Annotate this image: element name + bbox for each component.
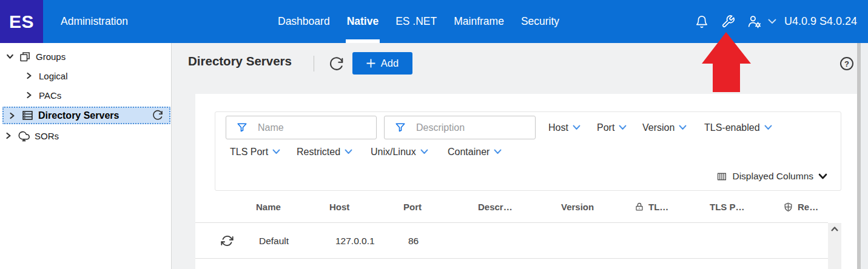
tree-item-sors[interactable]: SORs: [0, 128, 172, 144]
tree-item-groups[interactable]: Groups: [0, 48, 172, 64]
table-row[interactable]: Default 127.0.0.1 86: [195, 223, 828, 259]
columns-icon: [716, 171, 727, 182]
scroll-up-icon[interactable]: [830, 226, 839, 232]
app-logo[interactable]: ES: [0, 0, 43, 43]
user-settings-icon[interactable]: [746, 14, 762, 30]
title-divider: [314, 56, 314, 71]
column-header-tls-port[interactable]: TLS P…: [710, 191, 745, 223]
tls-port-filter-dropdown[interactable]: TLS Port: [230, 140, 280, 164]
column-header-restricted[interactable]: Re…: [783, 191, 818, 223]
chevron-right-icon[interactable]: [25, 91, 33, 99]
add-button-label: Add: [381, 58, 399, 69]
tab-label: Native: [347, 15, 379, 28]
chevron-down-icon: [420, 149, 428, 154]
unix-linux-filter-dropdown[interactable]: Unix/Linux: [371, 140, 428, 164]
column-header-tls-enabled[interactable]: TL…: [634, 191, 668, 223]
app-logo-text: ES: [9, 12, 34, 32]
help-label: ?: [844, 59, 849, 68]
tab-security[interactable]: Security: [521, 0, 559, 43]
column-label: Descr…: [478, 202, 513, 212]
name-filter: [226, 116, 377, 139]
tab-label: Mainframe: [454, 15, 504, 28]
chevron-down-icon: [494, 149, 502, 154]
filter-panel: Host Port Version TLS-enabled TLS Port R…: [215, 111, 841, 191]
page-scrollbar-track[interactable]: [861, 43, 868, 269]
navigation-tree: Groups Logical PACs Directory Servers: [0, 43, 172, 269]
chevron-right-icon[interactable]: [5, 132, 12, 139]
chevron-down-icon[interactable]: [767, 17, 777, 27]
table-scrollbar[interactable]: [828, 223, 841, 269]
table-header-row: Name Host Port Descr… Version TL… TLS P……: [195, 191, 828, 223]
tree-item-label: Logical: [39, 71, 68, 81]
topbar-actions: U4.0.9 S4.0.24: [695, 0, 857, 43]
container-filter-dropdown[interactable]: Container: [448, 140, 502, 164]
column-header-port[interactable]: Port: [403, 191, 422, 223]
bell-icon[interactable]: [695, 15, 709, 29]
chevron-right-icon[interactable]: [8, 112, 16, 119]
column-header-version[interactable]: Version: [561, 191, 594, 223]
tree-refresh-icon[interactable]: [152, 110, 163, 124]
help-button[interactable]: ?: [840, 57, 853, 70]
wrench-icon[interactable]: [721, 15, 735, 29]
description-filter-input[interactable]: [384, 116, 536, 139]
groups-icon: [19, 50, 32, 63]
active-tab-underline: [346, 39, 380, 43]
app-title: Administration: [61, 0, 128, 43]
chevron-down-icon: [272, 149, 280, 154]
version-filter-dropdown[interactable]: Version: [642, 116, 687, 139]
column-header-description[interactable]: Descr…: [478, 191, 513, 223]
lock-icon: [634, 202, 644, 212]
column-label: Version: [561, 202, 594, 212]
dropdown-label: TLS Port: [230, 147, 268, 158]
tree-item-logical[interactable]: Logical: [0, 68, 172, 84]
directory-servers-icon: [21, 109, 34, 122]
column-label: Host: [329, 202, 349, 212]
column-label: TL…: [648, 202, 668, 212]
tree-item-label: SORs: [35, 131, 59, 141]
description-filter: [384, 116, 536, 139]
tree-item-label: PACs: [39, 90, 61, 101]
chevron-down-icon: [764, 125, 772, 130]
displayed-columns-toggle[interactable]: Displayed Columns: [716, 165, 827, 187]
column-label: TLS P…: [710, 202, 745, 212]
tab-label: Dashboard: [278, 15, 330, 28]
page-title: Directory Servers: [188, 54, 292, 68]
chevron-down-icon: [679, 125, 687, 130]
tab-native[interactable]: Native: [347, 0, 379, 43]
dropdown-label: TLS-enabled: [704, 122, 760, 133]
column-header-host[interactable]: Host: [329, 191, 349, 223]
tab-dashboard[interactable]: Dashboard: [278, 0, 330, 43]
column-label: Re…: [798, 202, 818, 212]
tab-label: Security: [521, 15, 559, 28]
displayed-columns-label: Displayed Columns: [732, 171, 813, 182]
chevron-down-icon: [619, 125, 627, 130]
tab-mainframe[interactable]: Mainframe: [454, 0, 504, 43]
tree-item-directory-servers[interactable]: Directory Servers: [2, 107, 170, 124]
column-header-name[interactable]: Name: [256, 191, 281, 223]
tab-label: ES .NET: [395, 15, 437, 28]
dropdown-label: Version: [642, 122, 675, 133]
chevron-down-icon: [345, 149, 352, 154]
chevron-down-icon: [573, 125, 580, 130]
tree-item-label: Directory Servers: [38, 110, 119, 121]
version-text: U4.0.9 S4.0.24: [784, 15, 857, 28]
tab-es-net[interactable]: ES .NET: [395, 0, 437, 43]
sync-row-icon[interactable]: [221, 223, 234, 259]
chevron-down-icon: [818, 173, 827, 179]
port-filter-dropdown[interactable]: Port: [597, 116, 627, 139]
main-tabs: Dashboard Native ES .NET Mainframe Secur…: [278, 0, 559, 43]
top-navigation-bar: ES Administration Dashboard Native ES .N…: [0, 0, 868, 43]
tree-item-pacs[interactable]: PACs: [0, 87, 172, 103]
name-filter-input[interactable]: [226, 116, 377, 139]
tls-enabled-filter-dropdown[interactable]: TLS-enabled: [704, 116, 772, 139]
chevron-down-icon[interactable]: [6, 53, 14, 61]
chevron-right-icon[interactable]: [25, 72, 33, 79]
shield-icon: [783, 202, 793, 213]
dropdown-label: Host: [548, 122, 568, 133]
cell-host: 127.0.0.1: [335, 223, 375, 259]
restricted-filter-dropdown[interactable]: Restricted: [297, 140, 352, 164]
refresh-button[interactable]: [328, 56, 344, 72]
add-button[interactable]: Add: [352, 52, 412, 75]
host-filter-dropdown[interactable]: Host: [548, 116, 580, 139]
tree-item-label: Groups: [36, 51, 66, 62]
